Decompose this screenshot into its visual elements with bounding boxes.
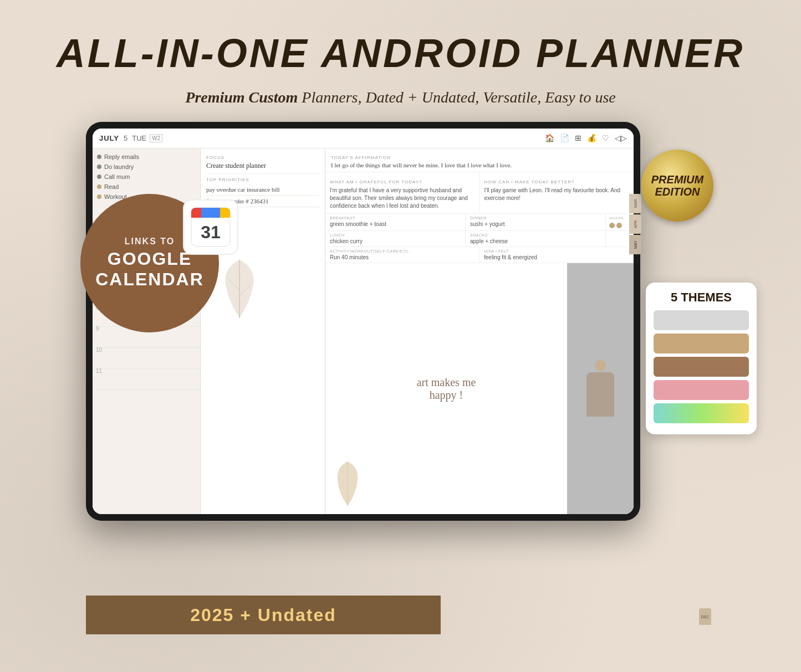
affirmation-section: TODAY'S AFFIRMATION I let go of the thin… bbox=[325, 148, 634, 172]
svg-rect-14 bbox=[220, 208, 226, 218]
google-calendar-icon: 31 bbox=[183, 199, 238, 255]
activity-text: Run 40 minutes bbox=[330, 254, 369, 260]
meals-row-2: LUNCH chicken curry SNACKS apple + chees… bbox=[325, 231, 634, 247]
badge-links-text: LINKS TO bbox=[125, 237, 175, 247]
tab-apr[interactable]: APR bbox=[629, 214, 634, 234]
svg-rect-11 bbox=[196, 208, 201, 218]
leaf-svg bbox=[217, 257, 262, 324]
topbar-day-name: TUE bbox=[132, 134, 146, 142]
theme-swatch-4[interactable] bbox=[654, 380, 749, 400]
theme-swatch-3[interactable] bbox=[654, 357, 749, 377]
snacks-col: SNACKS apple + cheese bbox=[466, 231, 606, 247]
check-icon bbox=[97, 184, 101, 189]
year-text: 2025 + Undated bbox=[190, 605, 336, 625]
theme-swatch-1[interactable] bbox=[654, 310, 749, 330]
tab-may[interactable]: MAY bbox=[629, 235, 634, 254]
list-item: Reply emails bbox=[97, 152, 196, 162]
lunch-text: chicken curry bbox=[330, 238, 363, 244]
priority-item-1: pay overdue car insurance bill bbox=[206, 184, 319, 196]
topbar-month: JULY bbox=[99, 134, 119, 142]
check-icon bbox=[97, 194, 101, 199]
how-felt-col: HOW I FELT feeling fit & energized bbox=[479, 247, 634, 263]
theme-swatch-5[interactable] bbox=[654, 403, 749, 423]
list-item: Call mum bbox=[97, 172, 196, 182]
coin-icon[interactable]: 💰 bbox=[587, 134, 596, 143]
quote-text: art makes mehappy ! bbox=[417, 376, 476, 402]
quote-area: art makes mehappy ! bbox=[325, 263, 567, 514]
check-icon bbox=[97, 175, 101, 179]
meals-row-1: BREAKFAST green smoothie + toast DINNER … bbox=[325, 214, 634, 231]
tab-mar[interactable]: MAR bbox=[629, 194, 634, 213]
snacks-label: SNACKS bbox=[470, 233, 601, 237]
photo-area bbox=[567, 263, 634, 514]
grateful-col: WHAT AM I GRATEFUL FOR TODAY? I'm gratef… bbox=[325, 172, 480, 213]
priorities-label: TOP PRIORITIES bbox=[206, 177, 319, 182]
topbar-day-num: 5 bbox=[124, 134, 127, 142]
better-label: HOW CAN I MAKE TODAY BETTER? bbox=[484, 179, 630, 185]
tab-bar: MAR APR MAY bbox=[629, 194, 634, 254]
list-item: Do laundry bbox=[97, 162, 196, 172]
better-col: HOW CAN I MAKE TODAY BETTER? I'll play g… bbox=[480, 172, 634, 213]
artist-photo bbox=[567, 263, 634, 514]
task-label: Read bbox=[104, 183, 119, 190]
time-slot: 11 bbox=[93, 369, 200, 390]
grateful-text: I'm grateful that I have a very supporti… bbox=[330, 187, 475, 210]
badge-calendar-text: CALENDAR bbox=[95, 269, 204, 290]
gratitude-row: WHAT AM I GRATEFUL FOR TODAY? I'm gratef… bbox=[325, 172, 634, 214]
themes-card: 5 THEMES bbox=[646, 283, 757, 434]
affirmation-label: TODAY'S AFFIRMATION bbox=[331, 155, 628, 160]
topbar-icons: 🏠 📄 ⊞ 💰 ♡ ◁▷ bbox=[545, 134, 627, 143]
time-slot: 10 bbox=[93, 348, 200, 369]
premium-edition-badge: PREMIUM EDITION bbox=[641, 150, 713, 222]
task-label: Do laundry bbox=[104, 163, 134, 170]
list-item: Read bbox=[97, 182, 196, 192]
focus-label: FOCUS bbox=[206, 155, 319, 160]
gcal-icon-inner: 31 bbox=[183, 199, 238, 255]
page-subtitle: Premium Custom Planners, Dated + Undated… bbox=[0, 89, 801, 106]
tablet-topbar: JULY 5 TUE W2 🏠 📄 ⊞ 💰 ♡ ◁▷ bbox=[93, 129, 634, 148]
heart-icon[interactable]: ♡ bbox=[602, 134, 609, 143]
home-icon[interactable]: 🏠 bbox=[545, 134, 554, 143]
tab-dec[interactable]: DEC bbox=[699, 608, 711, 625]
gcal-svg: 31 bbox=[188, 205, 233, 249]
task-label: Reply emails bbox=[104, 153, 139, 160]
activity-col: ACTIVITY/WORKOUT/SELF-CARE/ETC. Run 40 m… bbox=[325, 247, 479, 263]
affirmation-text: I let go of the things that will never b… bbox=[331, 162, 628, 168]
better-text: I'll play game with Leon. I'll read my f… bbox=[484, 187, 630, 202]
bottom-section: art makes mehappy ! bbox=[325, 263, 634, 514]
how-felt-label: HOW I FELT bbox=[484, 249, 629, 253]
how-felt-text: feeling fit & energized bbox=[484, 254, 537, 260]
svg-text:31: 31 bbox=[201, 222, 221, 242]
themes-title: 5 THEMES bbox=[654, 290, 749, 305]
water-tracker bbox=[609, 223, 630, 228]
activity-row: ACTIVITY/WORKOUT/SELF-CARE/ETC. Run 40 m… bbox=[325, 247, 634, 263]
grid-icon[interactable]: ⊞ bbox=[575, 134, 581, 143]
theme-swatch-2[interactable] bbox=[654, 334, 749, 353]
check-icon bbox=[97, 165, 101, 169]
topbar-week: W2 bbox=[150, 134, 162, 142]
lunch-label: LUNCH bbox=[330, 233, 461, 237]
breakfast-label: BREAKFAST bbox=[330, 216, 461, 220]
grateful-label: WHAT AM I GRATEFUL FOR TODAY? bbox=[330, 179, 475, 185]
info-column: TODAY'S AFFIRMATION I let go of the thin… bbox=[325, 148, 634, 514]
dinner-text: sushi + yogurt bbox=[470, 221, 505, 227]
doc-icon[interactable]: 📄 bbox=[560, 134, 569, 143]
badge-google-text: GOOGLE bbox=[108, 249, 192, 269]
figure-silhouette bbox=[586, 372, 614, 417]
task-label: Call mum bbox=[104, 173, 130, 180]
water-dot bbox=[616, 223, 622, 228]
audio-icon[interactable]: ◁▷ bbox=[615, 134, 627, 143]
water-label: WATER bbox=[609, 216, 630, 220]
leaf-deco-small bbox=[331, 459, 364, 509]
check-icon bbox=[97, 155, 101, 159]
breakfast-text: green smoothie + toast bbox=[330, 221, 386, 227]
page-title: ALL-IN-ONE ANDROID PLANNER bbox=[0, 30, 801, 76]
year-banner: 2025 + Undated bbox=[86, 596, 441, 634]
breakfast-col: BREAKFAST green smoothie + toast bbox=[325, 214, 466, 230]
head-silhouette bbox=[595, 360, 606, 371]
lunch-col: LUNCH chicken curry bbox=[325, 231, 466, 247]
focus-content: Create student planner bbox=[206, 162, 319, 174]
snacks-text: apple + cheese bbox=[470, 238, 508, 244]
dinner-col: DINNER sushi + yogurt bbox=[466, 214, 606, 230]
dinner-label: DINNER bbox=[470, 216, 601, 220]
